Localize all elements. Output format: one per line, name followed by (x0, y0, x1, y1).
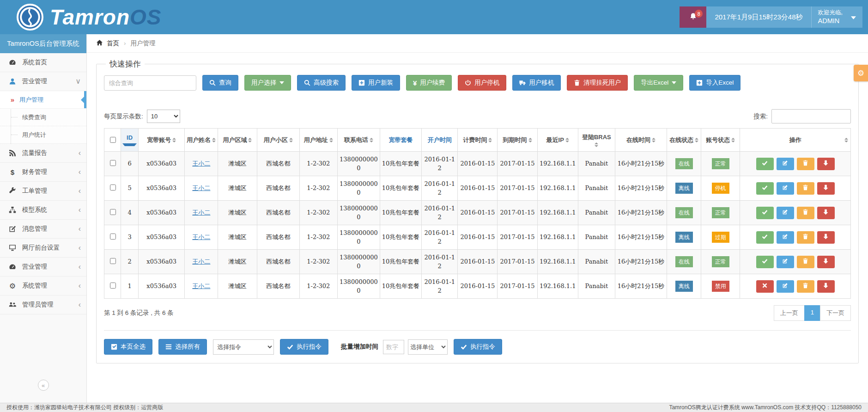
row-arrow-down-button[interactable] (817, 207, 835, 219)
sort-icon[interactable] (652, 138, 656, 142)
row-arrow-down-button[interactable] (817, 182, 835, 195)
notifications-button[interactable]: 8 (680, 6, 706, 28)
execute-batch-time-button[interactable]: 执行指令 (454, 339, 502, 355)
col-header-1[interactable]: ID (121, 129, 139, 152)
col-header-13[interactable]: 登陆BRAS (578, 129, 615, 152)
sidebar-subitem-1[interactable]: 续费查询 (0, 109, 86, 126)
command-select[interactable]: 选择指令 (213, 339, 274, 355)
row-edit-button[interactable] (777, 231, 794, 244)
row-arrow-down-button[interactable] (817, 231, 835, 244)
sidebar-item-0[interactable]: 系统首页 (0, 53, 86, 72)
per-page-select[interactable]: 10 (147, 110, 180, 123)
quickop-8-button[interactable]: 导出Excel (634, 75, 683, 91)
sort-icon[interactable] (565, 138, 569, 142)
col-header-11[interactable]: 到期时间 (498, 129, 537, 152)
row-check-button[interactable] (756, 256, 774, 268)
col-header-17[interactable]: 操作 (740, 129, 851, 152)
row-check-button[interactable] (756, 231, 774, 244)
row-arrow-down-button[interactable] (817, 280, 835, 293)
next-page-button[interactable]: 下一页 (820, 305, 851, 321)
sidebar-item-4[interactable]: 工单管理‹ (0, 182, 86, 201)
select-all-checkbox[interactable] (110, 137, 116, 143)
select-all-button[interactable]: 选择所有 (158, 339, 207, 355)
row-checkbox[interactable] (110, 283, 116, 289)
row-edit-button[interactable] (777, 256, 794, 268)
row-checkbox[interactable] (110, 234, 116, 240)
row-trash-button[interactable] (797, 256, 814, 268)
sidebar-item-8[interactable]: 营业管理‹ (0, 258, 86, 277)
user-name-link[interactable]: 王小二 (192, 283, 210, 289)
sidebar-item-1[interactable]: 营业管理∨ (0, 72, 86, 91)
quickop-6-button[interactable]: 用户移机 (512, 75, 561, 91)
col-header-7[interactable]: 联系电话 (337, 129, 380, 152)
row-check-button[interactable] (756, 207, 774, 219)
select-page-button[interactable]: 本页全选 (104, 339, 152, 355)
sort-icon[interactable] (695, 138, 698, 142)
sort-icon[interactable] (248, 138, 252, 142)
col-header-3[interactable]: 用户姓名 (185, 129, 218, 152)
row-x-button[interactable] (756, 280, 774, 293)
row-check-button[interactable] (756, 182, 774, 195)
user-menu[interactable]: 欢迎光临, ADMIN (811, 6, 862, 28)
quickop-3-button[interactable]: 用户新装 (352, 75, 400, 91)
sidebar-collapse-button[interactable]: « (38, 380, 49, 391)
page-1-button[interactable]: 1 (804, 305, 820, 321)
row-edit-button[interactable] (777, 280, 794, 293)
sort-icon[interactable] (731, 138, 735, 142)
col-header-4[interactable]: 用户区域 (218, 129, 257, 152)
col-header-2[interactable]: 宽带账号 (139, 129, 185, 152)
settings-fab-button[interactable]: ⚙ (854, 65, 868, 81)
row-arrow-down-button[interactable] (817, 256, 835, 268)
row-trash-button[interactable] (797, 207, 814, 219)
col-header-10[interactable]: 计费时间 (458, 129, 498, 152)
col-header-6[interactable]: 用户地址 (299, 129, 337, 152)
prev-page-button[interactable]: 上一页 (774, 305, 805, 321)
col-header-12[interactable]: 最近IP (537, 129, 578, 152)
quickop-2-button[interactable]: 高级搜索 (297, 75, 346, 91)
row-trash-button[interactable] (797, 280, 814, 293)
quickop-9-button[interactable]: 导入Excel (689, 75, 741, 91)
user-name-link[interactable]: 王小二 (192, 184, 210, 191)
table-search-input[interactable] (771, 109, 851, 123)
sidebar-item-9[interactable]: ⚙系统管理‹ (0, 277, 86, 295)
row-trash-button[interactable] (797, 182, 814, 195)
user-name-link[interactable]: 王小二 (192, 160, 210, 167)
col-header-8[interactable]: 宽带套餐 (380, 129, 422, 152)
col-header-15[interactable]: 在线状态 (667, 129, 701, 152)
sidebar-item-3[interactable]: $财务管理‹ (0, 163, 86, 182)
sidebar-item-6[interactable]: 消息管理‹ (0, 220, 86, 239)
user-name-link[interactable]: 王小二 (192, 258, 210, 265)
quickop-1-button[interactable]: 用户选择 (244, 75, 291, 91)
sort-icon[interactable] (844, 138, 848, 142)
row-edit-button[interactable] (777, 207, 794, 219)
combined-search-input[interactable] (104, 75, 196, 91)
sort-icon[interactable] (595, 142, 598, 147)
row-checkbox[interactable] (110, 209, 116, 215)
sidebar-item-5[interactable]: 模型系统‹ (0, 201, 86, 220)
row-trash-button[interactable] (797, 231, 814, 244)
sort-icon[interactable] (488, 138, 492, 142)
quickop-7-button[interactable]: 清理挂死用户 (567, 75, 628, 91)
execute-command-button[interactable]: 执行指令 (280, 339, 328, 355)
sort-icon[interactable] (329, 138, 333, 142)
batch-number-input[interactable] (383, 340, 404, 354)
sidebar-item-2[interactable]: 流量报告‹ (0, 144, 86, 163)
row-arrow-down-button[interactable] (817, 158, 835, 170)
user-name-link[interactable]: 王小二 (192, 209, 210, 216)
sort-icon[interactable] (172, 138, 176, 142)
breadcrumb-home-link[interactable]: 首页 (107, 39, 119, 48)
user-name-link[interactable]: 王小二 (192, 234, 210, 240)
row-edit-button[interactable] (777, 158, 794, 170)
row-checkbox[interactable] (110, 160, 116, 166)
sort-icon[interactable] (289, 138, 293, 142)
quickop-4-button[interactable]: ¥用户续费 (406, 75, 452, 91)
sort-icon[interactable] (212, 138, 216, 142)
row-edit-button[interactable] (777, 182, 794, 195)
sidebar-subitem-2[interactable]: 用户统计 (0, 126, 86, 144)
col-header-5[interactable]: 用户小区 (257, 129, 299, 152)
col-header-14[interactable]: 在线时间 (615, 129, 667, 152)
col-header-9[interactable]: 开户时间 (422, 129, 458, 152)
row-checkbox[interactable] (110, 184, 116, 191)
sort-icon[interactable] (370, 138, 373, 142)
sidebar-item-10[interactable]: 管理员管理‹ (0, 295, 86, 314)
